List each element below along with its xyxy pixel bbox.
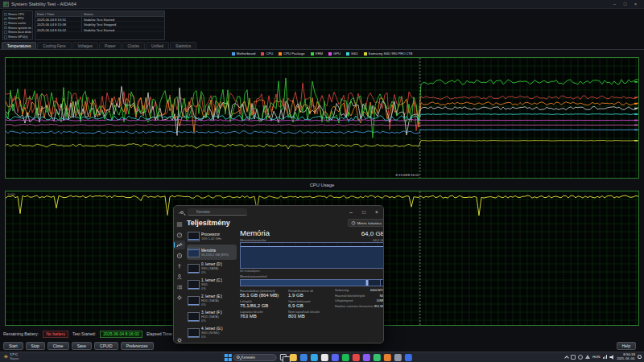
checkbox-icon[interactable]	[4, 31, 7, 34]
start-button[interactable]: Start	[3, 342, 23, 350]
sidebar-item-cpu[interactable]: Processzor16% 1,42 GHz	[187, 228, 237, 244]
stress-memory-checkbox[interactable]: ✓ Stress system memory	[4, 26, 31, 31]
startup-apps-icon[interactable]	[174, 261, 185, 270]
task-view-button[interactable]	[280, 354, 287, 360]
taskbar-app-icon[interactable]	[374, 354, 381, 361]
maximize-button[interactable]: □	[620, 1, 630, 8]
start-button[interactable]	[225, 354, 228, 357]
stress-gpu-checkbox[interactable]: Stress GPU(s)	[4, 35, 31, 39]
notifications-bell-icon[interactable]	[638, 355, 642, 359]
taskbar-app-icon[interactable]	[353, 354, 360, 361]
task-manager-search-input[interactable]	[188, 208, 247, 216]
checkbox-icon[interactable]	[4, 35, 7, 39]
battery-label: Remaining Battery:	[3, 331, 39, 336]
temperature-chart-canvas	[6, 58, 638, 178]
processes-icon[interactable]	[174, 230, 185, 239]
tray-icon[interactable]	[585, 355, 590, 359]
run-benchmark-button[interactable]: Mérés futtatása	[348, 219, 384, 227]
legend-color-swatch	[232, 52, 235, 56]
tab-unified[interactable]: Unified	[146, 42, 169, 49]
memory-composition-bar[interactable]	[240, 279, 384, 286]
taskbar-app-icon[interactable]	[342, 354, 349, 361]
tab-statistics[interactable]: Statistics	[170, 42, 196, 49]
taskbar-app-icon[interactable]	[332, 354, 339, 361]
mini-graph	[188, 296, 200, 306]
hidden-icons-chevron[interactable]	[564, 356, 569, 360]
search-icon	[180, 211, 184, 214]
log-table-row[interactable]: 2025.06.04 8:16:02 Stability Test Starte…	[35, 27, 164, 32]
task-manager-nav-rail	[174, 218, 185, 343]
checkbox-icon[interactable]: ✓	[4, 22, 7, 25]
network-icon[interactable]	[603, 355, 608, 359]
sidebar-item-disk-4[interactable]: 4. lemez (G:)SSD (NVMe)0%	[187, 325, 237, 340]
tab-clocks[interactable]: Clocks	[122, 42, 145, 49]
close-button[interactable]: ×	[630, 1, 641, 8]
aida-titlebar[interactable]: System Stability Test - AIDA64 – □ ×	[0, 0, 644, 9]
sidebar-item-memory[interactable]: Memória56,1/63,2 GB (89%)	[187, 245, 237, 260]
tab-cooling-fans[interactable]: Cooling Fans	[37, 42, 71, 49]
desktop-screen: System Stability Test - AIDA64 – □ × ✓ S…	[0, 0, 644, 362]
taskbar-app-icon[interactable]	[311, 354, 318, 361]
save-button[interactable]: Save	[72, 342, 92, 350]
weather-widget[interactable]: ☀ 17°CNapos	[3, 353, 19, 360]
sun-icon: ☀	[3, 354, 8, 360]
sidebar-item-disk-3[interactable]: 3. lemez (F:)HDD (SATA)0%	[187, 309, 237, 324]
performance-icon[interactable]	[174, 241, 185, 249]
menu-icon[interactable]	[174, 220, 185, 228]
mini-graph	[188, 328, 200, 338]
taskbar-app-icon[interactable]	[363, 354, 370, 361]
checkbox-icon[interactable]: ✓	[4, 13, 7, 16]
cpuid-button[interactable]: CPUID	[94, 342, 118, 350]
tab-power[interactable]: Power	[99, 42, 122, 49]
taskbar-app-icon[interactable]	[300, 354, 308, 361]
task-manager-titlebar[interactable]: ← – □ ×	[174, 206, 383, 218]
sidebar-item-disk-0[interactable]: 0. lemez (D:)SSD (SATA)0%	[187, 261, 237, 276]
taskbar-app-icon[interactable]	[394, 354, 402, 361]
help-button[interactable]: Help	[617, 342, 636, 350]
mini-graph	[188, 312, 200, 322]
chart-event-timestamp: 8:15:58/8:16:02	[395, 173, 420, 177]
maximize-button[interactable]: □	[357, 206, 370, 218]
tray-icon[interactable]	[571, 355, 576, 360]
minimize-button[interactable]: –	[345, 206, 357, 218]
details-icon[interactable]	[174, 282, 185, 291]
cpu-usage-max-label: 100%	[7, 192, 15, 196]
close-test-button[interactable]: Close	[47, 342, 69, 350]
sidebar-item-disk-1[interactable]: 1. lemez (C:)SSD0%	[187, 277, 237, 292]
stress-disks-checkbox[interactable]: Stress local disks	[4, 30, 31, 35]
legend-item: Samsung SSD 990 PRO 1TB	[364, 51, 413, 56]
tab-temperatures[interactable]: Temperatures	[2, 42, 36, 49]
taskbar-app-icon[interactable]	[321, 354, 328, 361]
legend-item: SSD	[346, 51, 358, 56]
minimize-button[interactable]: –	[609, 1, 620, 8]
stop-button[interactable]: Stop	[26, 342, 45, 350]
checkbox-icon[interactable]: ✓	[4, 27, 7, 30]
test-log-table: Date / Time Status 2025.06.04 8:15:51 St…	[35, 10, 165, 40]
close-button[interactable]: ×	[370, 206, 383, 218]
taskbar-search[interactable]: Keresés	[233, 354, 277, 361]
taskbar-clock[interactable]: 8:50:18 2025. 06. 04.	[617, 353, 635, 360]
total-memory-value: 64,0 GB	[361, 230, 384, 237]
settings-gear-icon[interactable]	[174, 335, 185, 343]
temperature-chart: 8:15:58/8:16:02	[5, 57, 639, 179]
memory-detail-panel: Memória 64,0 GB Memóriahasználat 64,0 GB…	[240, 228, 384, 341]
legend-item: VRM	[311, 51, 323, 56]
taskbar-app-icon[interactable]	[384, 354, 391, 361]
sidebar-item-disk-2[interactable]: 2. lemez (E:)HDD (SATA)0%	[187, 293, 237, 308]
log-table-header: Date / Time Status	[35, 11, 164, 17]
legend-item: Motherboard	[232, 51, 256, 56]
app-history-icon[interactable]	[174, 251, 185, 260]
preferences-button[interactable]: Preferences	[121, 342, 154, 350]
tab-voltages[interactable]: Voltages	[72, 42, 98, 49]
tray-icon[interactable]	[578, 355, 583, 360]
services-icon[interactable]	[174, 293, 185, 302]
language-indicator[interactable]: HUN	[592, 355, 601, 359]
memory-hardware-stats: Sebesség:6000 MT/s Használt bővítőhelyek…	[335, 289, 384, 319]
taskbar-app-icon[interactable]	[290, 354, 297, 361]
checkbox-icon[interactable]: ✓	[4, 18, 7, 21]
page-title: Teljesítmény	[187, 219, 230, 227]
volume-icon[interactable]	[609, 355, 614, 360]
taskbar-app-icon[interactable]	[405, 354, 412, 361]
users-icon[interactable]	[174, 272, 185, 281]
free-segment	[380, 280, 384, 286]
